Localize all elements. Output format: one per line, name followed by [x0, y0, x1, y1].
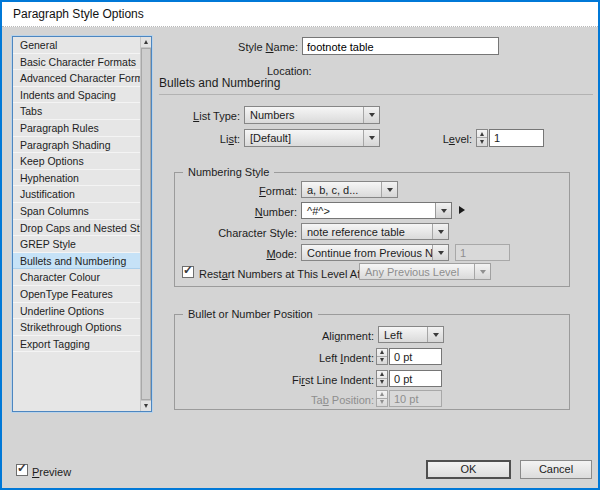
stepper-up-icon [377, 391, 387, 399]
sidebar-item-strikethrough-options[interactable]: Strikethrough Options [13, 319, 140, 336]
list-value: [Default] [250, 132, 291, 144]
sidebar-item-indents-and-spacing[interactable]: Indents and Spacing [13, 87, 140, 104]
number-label: Number: [162, 205, 297, 219]
category-rows: General Basic Character Formats Advanced… [13, 37, 140, 411]
sidebar-item-justification[interactable]: Justification [13, 186, 140, 203]
sidebar-item-export-tagging[interactable]: Export Tagging [13, 336, 140, 353]
chevron-down-icon[interactable] [435, 203, 451, 218]
list-dropdown[interactable]: [Default] [244, 129, 380, 147]
sidebar-item-character-colour[interactable]: Character Colour [13, 269, 140, 286]
sidebar-item-grep-style[interactable]: GREP Style [13, 236, 140, 253]
chevron-down-icon[interactable] [363, 107, 379, 123]
stepper-up-icon[interactable] [377, 349, 387, 357]
format-dropdown[interactable]: a, b, c, d... [301, 181, 398, 198]
stepper-up-icon[interactable] [377, 371, 387, 379]
sidebar-item-keep-options[interactable]: Keep Options [13, 153, 140, 170]
restart-after-value: Any Previous Level [365, 266, 459, 278]
list-type-label: List Type: [102, 109, 240, 123]
sidebar-item-opentype-features[interactable]: OpenType Features [13, 286, 140, 303]
restart-numbers-label: Restart Numbers at This Level After: [199, 267, 376, 281]
sidebar-item-span-columns[interactable]: Span Columns [13, 203, 140, 220]
scroll-down-icon[interactable] [141, 400, 151, 411]
title-bar[interactable]: Paragraph Style Options [2, 2, 598, 27]
mode-label: Mode: [162, 247, 297, 261]
preview-checkbox[interactable]: ✓ [16, 464, 28, 476]
section-title: Bullets and Numbering [159, 76, 593, 95]
format-value: a, b, c, d... [307, 184, 358, 196]
chevron-down-icon[interactable] [363, 130, 379, 146]
chevron-down-icon[interactable] [427, 327, 443, 342]
format-label: Format: [162, 184, 297, 198]
paragraph-style-options-dialog: Paragraph Style Options General Basic Ch… [0, 0, 600, 490]
alignment-value: Left [384, 329, 402, 341]
category-list-scrollbar[interactable] [140, 37, 151, 411]
chevron-down-icon[interactable] [432, 245, 448, 260]
left-indent-input[interactable]: 0 pt [389, 348, 442, 365]
number-combobox[interactable]: ^#^> [301, 202, 452, 219]
first-line-indent-label: First Line Indent: [202, 373, 374, 387]
preview-label: Preview [32, 465, 71, 479]
stepper-down-icon[interactable] [477, 138, 487, 146]
character-style-label: Character Style: [162, 226, 297, 240]
tab-position-stepper [376, 390, 388, 407]
left-indent-label: Left Indent: [202, 351, 374, 365]
window-title: Paragraph Style Options [13, 7, 144, 21]
chevron-down-icon [474, 264, 490, 279]
cancel-button[interactable]: Cancel [520, 460, 592, 479]
checkmark-icon: ✓ [17, 461, 27, 475]
alignment-label: Alignment: [202, 329, 374, 343]
sidebar-item-general[interactable]: General [13, 37, 140, 54]
chevron-down-icon[interactable] [381, 182, 397, 197]
level-label: Level: [382, 132, 472, 146]
sidebar-item-drop-caps-and-nested-styles[interactable]: Drop Caps and Nested Styles [13, 220, 140, 237]
list-type-dropdown[interactable]: Numbers [244, 106, 380, 124]
character-style-dropdown[interactable]: note reference table [301, 223, 449, 240]
style-name-label: Style Name: [162, 40, 298, 54]
sidebar-item-advanced-character-formats[interactable]: Advanced Character Formats [13, 70, 140, 87]
mode-dropdown[interactable]: Continue from Previous Nu... [301, 244, 449, 261]
list-label: List: [102, 132, 240, 146]
first-line-indent-input[interactable]: 0 pt [389, 370, 442, 387]
style-name-input[interactable] [302, 37, 499, 55]
scroll-up-icon[interactable] [141, 37, 151, 48]
numbering-style-group-title: Numbering Style [183, 165, 274, 179]
left-indent-stepper[interactable] [376, 348, 388, 365]
chevron-down-icon[interactable] [432, 224, 448, 239]
stepper-down-icon[interactable] [377, 379, 387, 387]
number-value: ^#^> [307, 205, 330, 217]
first-line-indent-stepper[interactable] [376, 370, 388, 387]
ok-button[interactable]: OK [426, 460, 511, 479]
sidebar-item-hyphenation[interactable]: Hyphenation [13, 170, 140, 187]
restart-numbers-checkbox[interactable]: ✓ [182, 266, 194, 278]
level-input[interactable]: 1 [489, 129, 544, 147]
restart-after-dropdown: Any Previous Level [359, 263, 491, 280]
bullet-number-position-group-title: Bullet or Number Position [183, 307, 318, 321]
tab-position-label: Tab Position: [202, 393, 374, 407]
scrollbar-thumb[interactable] [141, 48, 151, 400]
list-type-value: Numbers [250, 109, 295, 121]
number-flyout-icon[interactable] [459, 206, 465, 214]
alignment-dropdown[interactable]: Left [378, 326, 444, 343]
level-stepper[interactable] [476, 129, 488, 147]
sidebar-item-basic-character-formats[interactable]: Basic Character Formats [13, 54, 140, 71]
mode-value: Continue from Previous Nu... [307, 247, 448, 259]
stepper-up-icon[interactable] [477, 130, 487, 138]
mode-start-input: 1 [455, 244, 510, 261]
stepper-down-icon [377, 399, 387, 407]
sidebar-item-underline-options[interactable]: Underline Options [13, 303, 140, 320]
tab-position-input: 10 pt [389, 390, 442, 407]
sidebar-item-bullets-and-numbering[interactable]: Bullets and Numbering [13, 253, 140, 270]
stepper-down-icon[interactable] [377, 357, 387, 365]
category-list: General Basic Character Formats Advanced… [12, 36, 152, 412]
checkmark-icon: ✓ [183, 263, 193, 277]
character-style-value: note reference table [307, 226, 405, 238]
